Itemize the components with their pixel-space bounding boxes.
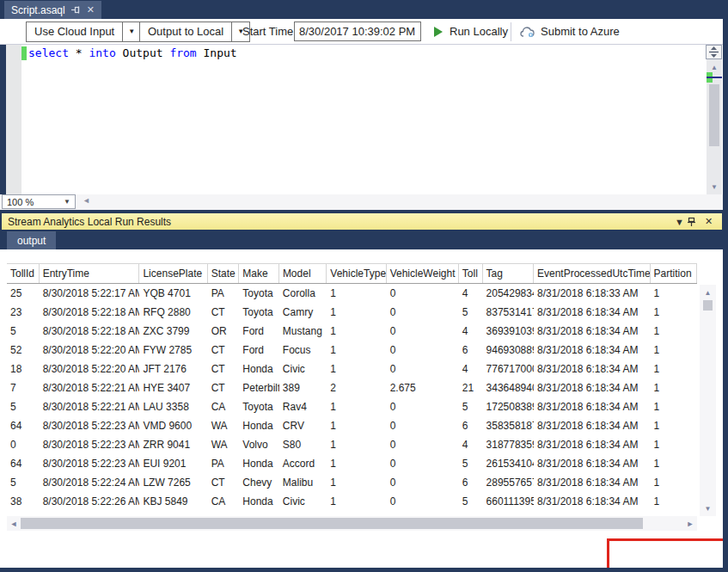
table-row[interactable]: 648/30/2018 5:22:23 AMEUI 9201PAHondaAcc… xyxy=(7,454,697,473)
table-cell: 0 xyxy=(387,322,459,341)
table-vertical-scrollbar[interactable]: ▲ ▼ xyxy=(700,285,716,516)
scroll-up-icon[interactable]: ▲ xyxy=(707,61,722,73)
split-window-handle[interactable] xyxy=(706,45,722,59)
table-cell: 776717000 xyxy=(483,360,534,378)
table-cell: 8/31/2018 6:18:34 AM xyxy=(534,454,651,473)
table-cell: 8/31/2018 6:18:34 AM xyxy=(534,341,651,360)
pin-icon[interactable] xyxy=(687,217,701,226)
column-header-make[interactable]: Make xyxy=(239,264,279,283)
query-code-line[interactable]: select * into Output from Input xyxy=(28,46,237,59)
output-target-dropdown[interactable]: Output to Local ▼ xyxy=(139,22,250,42)
zoom-level-dropdown[interactable]: 100 % ▼ xyxy=(2,194,76,209)
tab-script-asaql[interactable]: Script.asaql ✕ xyxy=(4,1,101,19)
table-cell: 946930889 xyxy=(483,341,534,360)
table-horizontal-scrollbar[interactable]: ◄ ► xyxy=(7,516,697,531)
column-header-state[interactable]: State xyxy=(208,264,240,283)
table-cell: WA xyxy=(208,435,240,454)
column-header-licenseplate[interactable]: LicensePlate xyxy=(139,264,207,283)
column-header-vehicletype[interactable]: VehicleType xyxy=(327,264,386,283)
table-cell: EUI 9201 xyxy=(139,454,207,473)
table-row[interactable]: 58/30/2018 5:22:24 AMLZW 7265CTChevyMali… xyxy=(7,473,697,492)
stream-analytics-window: Script.asaql ✕ Use Cloud Input ▼ Output … xyxy=(0,0,728,572)
run-locally-button[interactable]: Run Locally xyxy=(434,25,508,38)
table-row[interactable]: 58/30/2018 5:22:18 AMZXC 3799ORFordMusta… xyxy=(7,322,697,341)
table-cell: 1 xyxy=(327,397,386,416)
scroll-down-icon[interactable]: ▼ xyxy=(707,181,722,193)
scroll-left-icon[interactable]: ◄ xyxy=(7,517,21,530)
scrollbar-thumb[interactable] xyxy=(21,518,643,529)
table-cell: 0 xyxy=(387,397,459,416)
results-panel-titlebar[interactable]: Stream Analytics Local Run Results ▼ ✕ xyxy=(2,213,722,230)
column-header-toll[interactable]: Toll xyxy=(459,264,483,283)
table-cell: 837531417 xyxy=(483,303,534,322)
results-tab-strip: output xyxy=(0,230,723,249)
tab-output[interactable]: output xyxy=(7,231,56,249)
table-cell: 8/31/2018 6:18:34 AM xyxy=(534,378,651,397)
table-cell: CA xyxy=(208,397,240,416)
scrollbar-thumb[interactable] xyxy=(709,84,719,146)
table-row[interactable]: 58/30/2018 5:22:21 AMLAU 3358CAToyotaRav… xyxy=(7,397,697,416)
table-cell: CT xyxy=(208,378,240,397)
table-cell: 8/30/2018 5:22:26 AM xyxy=(40,492,140,511)
table-cell: 8/30/2018 5:22:18 AM xyxy=(40,322,140,341)
table-cell: 343648940 xyxy=(483,378,534,397)
column-header-tollid[interactable]: TollId xyxy=(7,264,40,283)
column-header-partition[interactable]: Partition xyxy=(651,264,697,283)
column-header-entrytime[interactable]: EntryTime xyxy=(40,264,140,283)
table-cell: 0 xyxy=(387,284,459,303)
window-bottom-edge xyxy=(0,568,728,572)
table-row[interactable]: 188/30/2018 5:22:20 AMJFT 2176CTHondaCiv… xyxy=(7,360,697,378)
table-cell: 1 xyxy=(327,303,386,322)
table-cell: 1 xyxy=(651,284,697,303)
table-cell: 7 xyxy=(7,378,40,397)
table-cell: Civic xyxy=(279,492,327,511)
column-header-vehicleweight[interactable]: VehicleWeight xyxy=(387,264,459,283)
tab-title: Script.asaql xyxy=(11,4,65,16)
close-icon[interactable]: ✕ xyxy=(87,5,95,15)
table-cell: 25 xyxy=(7,284,40,303)
table-cell: 8/31/2018 6:18:34 AM xyxy=(534,492,651,511)
chevron-down-icon[interactable]: ▼ xyxy=(122,22,140,41)
editor-vertical-scrollbar[interactable]: ▲ ▼ xyxy=(707,45,722,194)
input-source-dropdown[interactable]: Use Cloud Input ▼ xyxy=(26,22,141,42)
close-icon[interactable]: ✕ xyxy=(701,216,716,227)
scroll-left-icon[interactable]: ◄ xyxy=(83,196,90,205)
code-editor[interactable]: select * into Output from Input xyxy=(0,45,723,194)
table-cell: 8/31/2018 6:18:34 AM xyxy=(534,435,651,454)
table-row[interactable]: 238/30/2018 5:22:18 AMRFQ 2880CTToyotaCa… xyxy=(7,303,697,322)
scrollbar-thumb[interactable] xyxy=(703,300,713,311)
table-cell: 8/30/2018 5:22:21 AM xyxy=(40,378,140,397)
scroll-up-icon[interactable]: ▲ xyxy=(700,286,716,298)
code-token: * xyxy=(69,46,89,59)
table-cell: YQB 4701 xyxy=(139,284,207,303)
table-cell: 4 xyxy=(459,360,483,378)
table-cell: 0 xyxy=(7,435,40,454)
table-cell: CT xyxy=(208,303,240,322)
table-row[interactable]: 648/30/2018 5:22:23 AMVMD 9600WAHondaCRV… xyxy=(7,416,697,435)
column-header-tag[interactable]: Tag xyxy=(483,264,534,283)
submit-to-azure-button[interactable]: Submit to Azure xyxy=(520,25,620,38)
table-cell: 1 xyxy=(651,492,697,511)
table-row[interactable]: 08/30/2018 5:22:23 AMZRR 9041WAVolvoS801… xyxy=(7,435,697,454)
table-cell: 1 xyxy=(651,397,697,416)
results-content: TollIdEntryTimeLicensePlateStateMakeMode… xyxy=(0,252,723,532)
table-row[interactable]: 258/30/2018 5:22:17 AMYQB 4701PAToyotaCo… xyxy=(7,284,697,303)
table-row[interactable]: 388/30/2018 5:22:26 AMKBJ 5849CAHondaCiv… xyxy=(7,492,697,511)
table-row[interactable]: 78/30/2018 5:22:21 AMHYE 3407CTPeterbilt… xyxy=(7,378,697,397)
table-row[interactable]: 528/30/2018 5:22:20 AMFYW 2785CTFordFocu… xyxy=(7,341,697,360)
table-cell: Ford xyxy=(239,341,279,360)
start-time-input[interactable] xyxy=(294,22,421,41)
scroll-right-icon[interactable]: ► xyxy=(683,517,697,530)
pin-icon[interactable] xyxy=(71,5,81,15)
editor-left-edge xyxy=(0,45,6,194)
table-cell: 4 xyxy=(459,435,483,454)
window-position-icon[interactable]: ▼ xyxy=(672,217,687,227)
table-cell: 8/31/2018 6:18:34 AM xyxy=(534,303,651,322)
table-cell: PA xyxy=(208,284,240,303)
table-cell: Chevy xyxy=(239,473,279,492)
table-cell: 18 xyxy=(7,360,40,378)
table-cell: 8/31/2018 6:18:34 AM xyxy=(534,473,651,492)
column-header-model[interactable]: Model xyxy=(279,264,327,283)
column-header-eventprocessedutctime[interactable]: EventProcessedUtcTime xyxy=(534,264,651,283)
scroll-down-icon[interactable]: ▼ xyxy=(700,502,716,514)
